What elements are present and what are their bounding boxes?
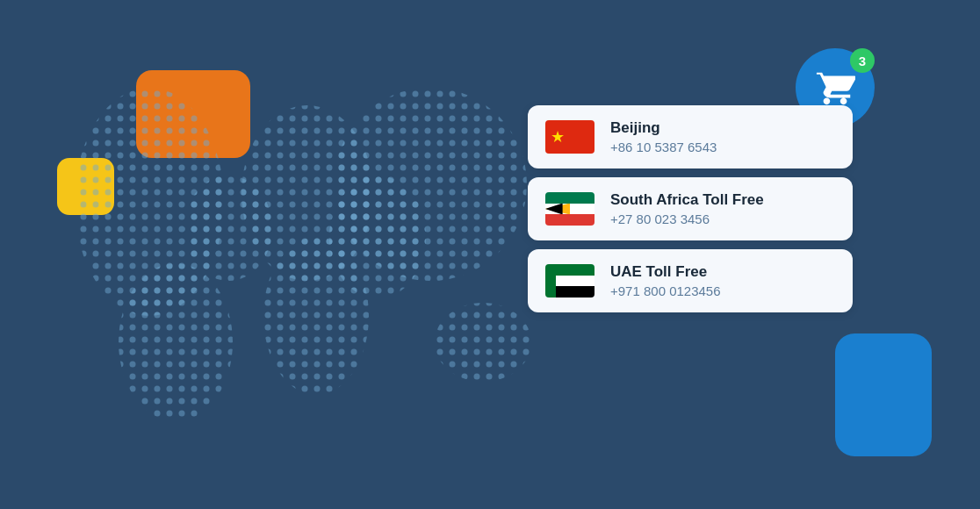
cart-badge: 3 bbox=[850, 48, 875, 73]
contact-info-uae: UAE Toll Free +971 800 0123456 bbox=[610, 263, 721, 298]
contact-phone-beijing: +86 10 5387 6543 bbox=[610, 140, 717, 154]
flag-china bbox=[545, 120, 594, 154]
contact-name-beijing: Beijing bbox=[610, 119, 717, 137]
contact-phone-uae: +971 800 0123456 bbox=[610, 283, 721, 298]
svg-point-7 bbox=[184, 176, 272, 281]
contact-info-south-africa: South Africa Toll Free +27 80 023 3456 bbox=[610, 191, 764, 226]
contact-card-uae[interactable]: UAE Toll Free +971 800 0123456 bbox=[528, 249, 853, 312]
decorative-blue-shape bbox=[835, 333, 932, 456]
world-map bbox=[53, 26, 580, 483]
contact-name-south-africa: South Africa Toll Free bbox=[610, 191, 764, 209]
svg-point-2 bbox=[119, 263, 233, 421]
contacts-panel: Beijing +86 10 5387 6543 South Africa To… bbox=[528, 105, 853, 312]
contact-card-south-africa[interactable]: South Africa Toll Free +27 80 023 3456 bbox=[528, 177, 853, 240]
cart-icon bbox=[815, 68, 855, 108]
contact-phone-south-africa: +27 80 023 3456 bbox=[610, 211, 764, 226]
svg-point-8 bbox=[329, 176, 426, 298]
contact-info-beijing: Beijing +86 10 5387 6543 bbox=[610, 119, 717, 154]
svg-point-6 bbox=[435, 303, 531, 382]
flag-south-africa bbox=[545, 192, 594, 226]
contact-card-beijing[interactable]: Beijing +86 10 5387 6543 bbox=[528, 105, 853, 168]
flag-uae bbox=[545, 264, 594, 298]
contact-name-uae: UAE Toll Free bbox=[610, 263, 721, 281]
